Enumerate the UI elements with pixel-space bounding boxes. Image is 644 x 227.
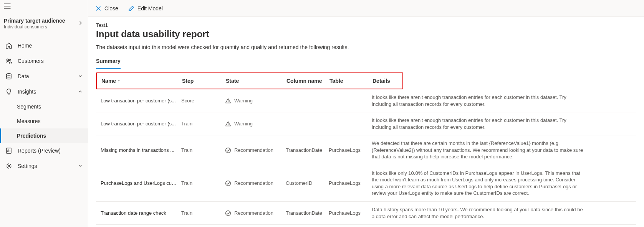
table-row[interactable]: PurchaseLogs and UserLogs cus...TrainRec… bbox=[96, 165, 636, 202]
sidebar-item-label: Reports (Preview) bbox=[18, 148, 61, 154]
check-circle-icon bbox=[225, 180, 231, 186]
cell-name: Missing months in transactions ... bbox=[101, 147, 181, 153]
svg-point-5 bbox=[7, 74, 11, 76]
cell-step: Train bbox=[181, 121, 225, 127]
cell-step: Score bbox=[181, 98, 225, 104]
command-bar: Close Edit Model bbox=[88, 0, 644, 17]
report-icon bbox=[5, 147, 12, 154]
state-text: Warning bbox=[234, 121, 253, 127]
close-button[interactable]: Close bbox=[94, 3, 120, 14]
target-audience-subtitle: Individual consumers bbox=[4, 24, 65, 30]
page-description: The datasets input into this model were … bbox=[96, 44, 636, 50]
main: Close Edit Model Test1 Input data usabil… bbox=[88, 0, 644, 227]
sort-asc-icon: ↑ bbox=[118, 78, 120, 84]
tab-summary[interactable]: Summary bbox=[96, 56, 121, 69]
cell-state: Recommendation bbox=[225, 147, 286, 153]
cell-name: PurchaseLogs and UserLogs cus... bbox=[101, 180, 181, 186]
table-row[interactable]: Low transaction per customer (s...ScoreW… bbox=[96, 89, 636, 112]
home-icon bbox=[5, 42, 12, 49]
cell-table: PurchaseLogs bbox=[329, 180, 372, 186]
check-circle-icon bbox=[225, 210, 231, 216]
svg-point-17 bbox=[228, 125, 228, 125]
sidebar-item-data[interactable]: Data bbox=[0, 69, 88, 84]
hamburger-icon bbox=[4, 3, 11, 9]
target-audience-selector[interactable]: Primary target audience Individual consu… bbox=[0, 14, 88, 33]
breadcrumb[interactable]: Test1 bbox=[96, 22, 636, 28]
state-text: Recommendation bbox=[234, 147, 273, 153]
cell-table: PurchaseLogs bbox=[329, 147, 372, 153]
edit-icon bbox=[128, 5, 134, 12]
col-header-details[interactable]: Details bbox=[372, 78, 398, 84]
cell-state: Warning bbox=[225, 98, 286, 104]
page-title: Input data usability report bbox=[96, 29, 636, 39]
sidebar-item-settings[interactable]: Settings bbox=[0, 158, 88, 174]
edit-model-button[interactable]: Edit Model bbox=[127, 3, 164, 14]
sidebar-item-label: Predictions bbox=[17, 133, 46, 139]
cell-details: We detected that there are certain month… bbox=[372, 140, 632, 160]
cell-table: PurchaseLogs bbox=[329, 210, 372, 216]
cell-name: Transaction date range check bbox=[101, 210, 181, 216]
chevron-right-icon bbox=[79, 20, 83, 27]
table-row[interactable]: Transaction date range checkTrainRecomme… bbox=[96, 202, 636, 225]
sidebar-item-segments[interactable]: Segments bbox=[0, 99, 88, 114]
sidebar-item-label: Segments bbox=[17, 104, 41, 110]
svg-point-18 bbox=[226, 148, 231, 153]
state-text: Recommendation bbox=[234, 210, 273, 216]
sidebar-item-measures[interactable]: Measures bbox=[0, 114, 88, 128]
cell-column: TransactionDate bbox=[286, 210, 329, 216]
cell-column: CustomerID bbox=[286, 180, 329, 186]
lightbulb-icon bbox=[5, 88, 12, 95]
svg-point-11 bbox=[8, 165, 10, 167]
col-header-state[interactable]: State bbox=[226, 78, 286, 84]
sidebar: Primary target audience Individual consu… bbox=[0, 0, 88, 227]
cell-state: Warning bbox=[225, 121, 286, 127]
target-audience-text: Primary target audience Individual consu… bbox=[4, 18, 65, 30]
cell-name: Low transaction per customer (s... bbox=[101, 121, 181, 127]
database-icon bbox=[5, 73, 12, 80]
chevron-down-icon bbox=[78, 73, 83, 79]
report-table: Name↑ Step State Column name Table Detai… bbox=[96, 72, 636, 225]
table-row[interactable]: Low transaction per customer (s...TrainW… bbox=[96, 112, 636, 135]
svg-point-4 bbox=[10, 59, 11, 61]
cell-details: It looks like only 10.0% of CustomerIDs … bbox=[372, 170, 632, 197]
cell-step: Train bbox=[181, 210, 225, 216]
sidebar-item-label: Insights bbox=[18, 89, 36, 95]
sidebar-item-predictions[interactable]: Predictions bbox=[0, 128, 88, 143]
svg-point-19 bbox=[226, 181, 231, 186]
state-text: Warning bbox=[234, 98, 253, 104]
sidebar-item-label: Measures bbox=[17, 118, 40, 124]
table-row[interactable]: Missing months in transactions ...TrainR… bbox=[96, 135, 636, 165]
svg-point-3 bbox=[7, 59, 9, 61]
gear-icon bbox=[5, 163, 12, 169]
tabs: Summary bbox=[96, 56, 636, 69]
check-circle-icon bbox=[225, 147, 231, 153]
cell-details: It looks like there aren't enough transa… bbox=[372, 94, 632, 107]
sidebar-item-customers[interactable]: Customers bbox=[0, 53, 88, 69]
edit-label: Edit Model bbox=[137, 5, 163, 12]
state-text: Recommendation bbox=[234, 180, 273, 186]
sidebar-item-label: Settings bbox=[18, 163, 37, 169]
hamburger-menu-button[interactable] bbox=[0, 2, 88, 14]
close-icon bbox=[95, 5, 101, 12]
cell-step: Train bbox=[181, 180, 225, 186]
cell-details: Data history spans more than 10 years. W… bbox=[372, 206, 632, 220]
cell-state: Recommendation bbox=[225, 210, 286, 216]
svg-point-15 bbox=[228, 102, 228, 102]
col-header-step[interactable]: Step bbox=[182, 78, 226, 84]
content: Test1 Input data usability report The da… bbox=[88, 17, 644, 227]
close-label: Close bbox=[104, 5, 118, 12]
target-audience-title: Primary target audience bbox=[4, 18, 65, 24]
col-header-column[interactable]: Column name bbox=[286, 78, 329, 84]
sidebar-item-reports[interactable]: Reports (Preview) bbox=[0, 143, 88, 158]
people-icon bbox=[5, 58, 12, 64]
cell-column: TransactionDate bbox=[286, 147, 329, 153]
warning-icon bbox=[225, 98, 231, 104]
cell-name: Low transaction per customer (s... bbox=[101, 98, 181, 104]
cell-details: It looks like there aren't enough transa… bbox=[372, 117, 632, 130]
col-header-table[interactable]: Table bbox=[329, 78, 372, 84]
sidebar-item-label: Data bbox=[18, 73, 29, 79]
cell-step: Train bbox=[181, 147, 225, 153]
sidebar-item-insights[interactable]: Insights bbox=[0, 84, 88, 99]
col-header-name[interactable]: Name↑ bbox=[101, 78, 182, 84]
sidebar-item-home[interactable]: Home bbox=[0, 38, 88, 53]
